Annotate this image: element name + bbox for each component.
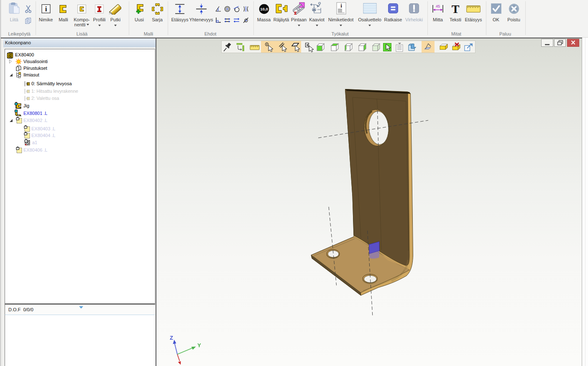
svg-text:T: T — [452, 3, 460, 14]
svg-text:i: i — [340, 3, 342, 9]
svg-text:Z: Z — [170, 335, 173, 341]
svg-text:i: i — [45, 5, 47, 13]
svg-text:Y: Y — [197, 342, 201, 348]
svg-text:45: 45 — [436, 4, 440, 8]
svg-text:10,0: 10,0 — [260, 7, 268, 11]
